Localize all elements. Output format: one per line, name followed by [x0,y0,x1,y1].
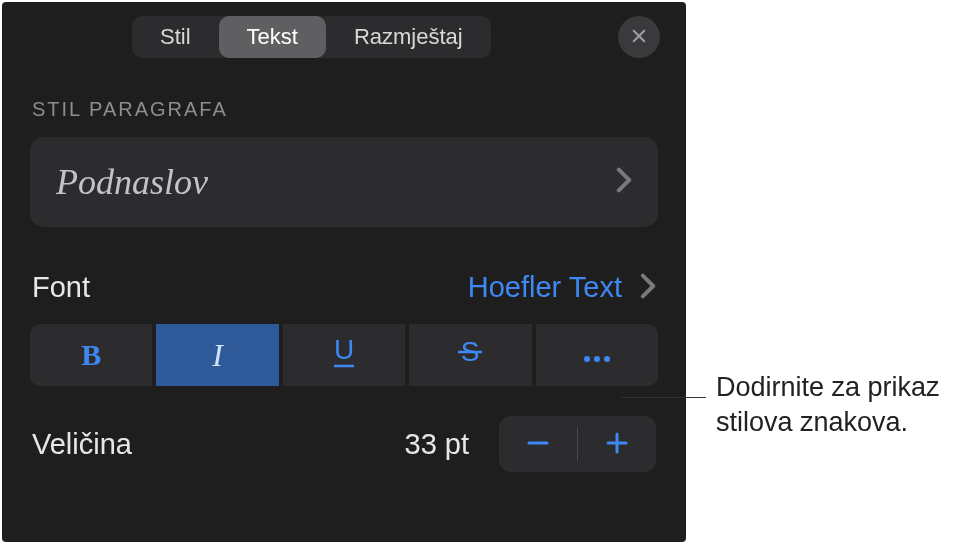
paragraph-style-selector[interactable]: Podnaslov [30,137,658,227]
format-button-strip: B I U S [30,324,658,386]
font-value: Hoefler Text [468,271,622,304]
minus-icon [525,430,551,459]
svg-text:U: U [334,335,354,365]
size-row: Veličina 33 pt [2,416,686,472]
strikethrough-button[interactable]: S [409,324,531,386]
underline-button[interactable]: U [283,324,405,386]
svg-point-8 [604,356,610,362]
format-panel: Stil Tekst Razmještaj STIL PARAGRAFA Pod… [2,2,686,542]
tab-razmjestaj[interactable]: Razmještaj [326,16,491,58]
segmented-control: Stil Tekst Razmještaj [132,16,491,58]
size-increase-button[interactable] [578,416,656,472]
svg-point-7 [594,356,600,362]
underline-icon: U [329,335,359,376]
more-icon [582,339,612,371]
close-icon [630,27,648,48]
size-decrease-button[interactable] [499,416,577,472]
size-value: 33 pt [405,428,470,461]
font-label: Font [32,271,468,304]
chevron-right-icon [640,273,656,303]
italic-icon: I [212,337,223,374]
font-row[interactable]: Font Hoefler Text [2,271,686,304]
tab-stil[interactable]: Stil [132,16,219,58]
paragraph-style-value: Podnaslov [56,161,616,203]
italic-button[interactable]: I [156,324,278,386]
chevron-right-icon [616,167,632,197]
paragraph-style-label: STIL PARAGRAFA [2,58,686,137]
size-label: Veličina [32,428,405,461]
bold-button[interactable]: B [30,324,152,386]
callout-line [622,397,706,398]
plus-icon [604,430,630,459]
size-stepper [499,416,656,472]
bold-icon: B [81,338,101,372]
tab-tekst[interactable]: Tekst [219,16,326,58]
callout-text: Dodirnite za prikaz stilova znakova. [716,370,976,440]
svg-point-6 [584,356,590,362]
tab-bar: Stil Tekst Razmještaj [2,2,686,58]
more-options-button[interactable] [536,324,658,386]
close-button[interactable] [618,16,660,58]
strikethrough-icon: S [455,335,485,376]
